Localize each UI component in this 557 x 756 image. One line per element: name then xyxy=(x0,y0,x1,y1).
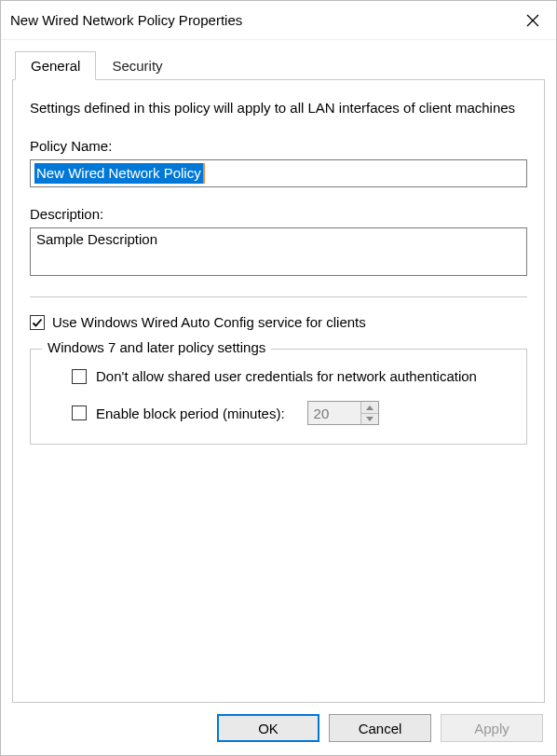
cancel-button[interactable]: Cancel xyxy=(329,714,431,742)
description-label: Description: xyxy=(30,206,527,222)
tab-panel-general: Settings defined in this policy will app… xyxy=(12,79,545,703)
dont-allow-label: Don't allow shared user credentials for … xyxy=(96,368,477,384)
tab-strip: General Security xyxy=(12,51,545,80)
spinner-up-button[interactable] xyxy=(361,402,378,413)
tab-general[interactable]: General xyxy=(15,51,96,80)
description-input[interactable]: Sample Description xyxy=(30,227,527,276)
close-icon xyxy=(526,14,539,27)
ok-button[interactable]: OK xyxy=(217,714,319,742)
checkmark-icon xyxy=(32,317,43,328)
titlebar: New Wired Network Policy Properties xyxy=(1,1,556,40)
tab-security[interactable]: Security xyxy=(96,51,178,80)
win7-groupbox: Windows 7 and later policy settings Don'… xyxy=(30,349,527,445)
dialog-window: New Wired Network Policy Properties Gene… xyxy=(0,0,557,756)
policy-name-value: New Wired Network Policy xyxy=(34,163,205,184)
block-period-label: Enable block period (minutes): xyxy=(96,405,285,421)
chevron-down-icon xyxy=(366,417,374,421)
svg-marker-2 xyxy=(366,405,374,410)
window-title: New Wired Network Policy Properties xyxy=(10,12,242,28)
apply-button[interactable]: Apply xyxy=(441,714,543,742)
tab-label: Security xyxy=(112,58,162,74)
block-period-spinner xyxy=(307,401,379,425)
use-autoconfig-row: Use Windows Wired Auto Config service fo… xyxy=(30,314,527,330)
policy-name-input[interactable]: New Wired Network Policy xyxy=(30,159,527,187)
client-area: General Security Settings defined in thi… xyxy=(1,40,556,703)
close-button[interactable] xyxy=(509,1,556,40)
button-label: OK xyxy=(258,721,278,736)
dont-allow-checkbox[interactable] xyxy=(72,369,87,384)
block-period-checkbox[interactable] xyxy=(72,405,87,420)
intro-text: Settings defined in this policy will app… xyxy=(30,99,527,117)
groupbox-title: Windows 7 and later policy settings xyxy=(42,339,271,355)
button-bar: OK Cancel Apply xyxy=(1,703,556,755)
chevron-up-icon xyxy=(366,405,374,410)
spinner-down-button[interactable] xyxy=(361,413,378,424)
divider xyxy=(30,296,527,297)
button-label: Cancel xyxy=(359,721,402,736)
use-autoconfig-checkbox[interactable] xyxy=(30,315,45,330)
button-label: Apply xyxy=(474,721,509,736)
use-autoconfig-label: Use Windows Wired Auto Config service fo… xyxy=(52,314,366,330)
dont-allow-row: Don't allow shared user credentials for … xyxy=(72,368,509,384)
tab-label: General xyxy=(31,58,80,74)
block-period-row: Enable block period (minutes): xyxy=(72,401,509,425)
svg-marker-3 xyxy=(366,417,374,421)
policy-name-label: Policy Name: xyxy=(30,138,527,154)
block-period-input[interactable] xyxy=(308,402,360,424)
